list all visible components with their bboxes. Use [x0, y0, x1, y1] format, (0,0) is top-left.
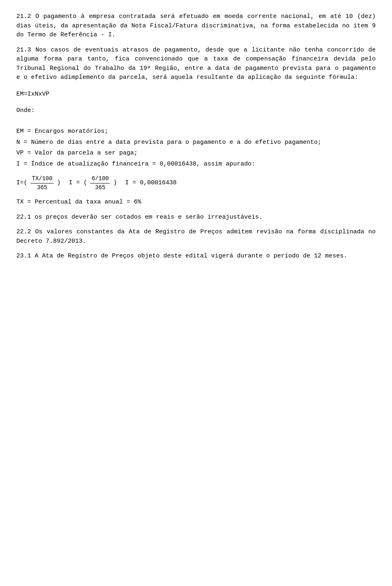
onde-item-i: I = Índice de atualização financeira = 0… — [16, 160, 376, 169]
frac-6-num: 6/100 — [90, 174, 110, 183]
onde-item-vp: VP = Valor da parcela a ser paga; — [16, 149, 376, 158]
onde-label: Onde: — [16, 106, 376, 116]
fraction-tx: TX/100 365 — [31, 174, 53, 192]
i-formula-prefix-1: I=( — [16, 179, 27, 188]
i-formula-prefix-2: I = ( — [69, 179, 87, 188]
section-23-2: 23.1 A Ata de Registro de Preços objeto … — [16, 252, 376, 261]
onde-item-em: EM = Encargos moratórios; — [16, 127, 376, 136]
section-21-3: 21.3 Nos casos de eventuais atrasos de p… — [16, 46, 376, 83]
formula-main: EM=IxNxVP — [16, 90, 376, 99]
i-formula-item-1: I=( TX/100 365 ) — [16, 174, 60, 192]
section-22-3: 22.2 Os valores constantes da Ata de Reg… — [16, 228, 376, 246]
section-22-2: 22.1 os preços deverão ser cotados em re… — [16, 213, 376, 222]
document-content: 21.2 O pagamento à empresa contratada se… — [16, 12, 376, 261]
formula-block: EM=IxNxVP — [16, 90, 376, 99]
section-21-2: 21.2 O pagamento à empresa contratada se… — [16, 12, 376, 40]
section-21-4: TX = Percentual da taxa anual = 6% — [16, 198, 376, 207]
frac-6-den: 365 — [94, 183, 107, 192]
frac-tx-num: TX/100 — [31, 174, 53, 183]
i-formula-item-2: I = ( 6/100 365 ) — [69, 174, 117, 192]
frac-tx-den: 365 — [36, 183, 49, 192]
i-formula-value: I = 0,00016438 — [125, 179, 177, 188]
i-formula-suffix-1: ) — [57, 179, 60, 188]
onde-item-n: N = Número de dias entre a data prevista… — [16, 138, 376, 148]
fraction-6: 6/100 365 — [90, 174, 110, 192]
i-formula-suffix-2: ) — [113, 179, 117, 188]
i-formula-item-3: I = 0,00016438 — [125, 179, 177, 188]
i-formula-row: I=( TX/100 365 ) I = ( 6/100 365 ) I = 0… — [16, 174, 376, 192]
onde-section: Onde: EM = Encargos moratórios; N = Núme… — [16, 106, 376, 169]
